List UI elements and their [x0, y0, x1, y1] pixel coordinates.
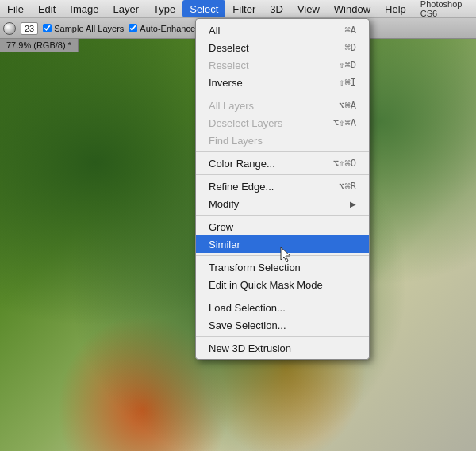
- menu-window[interactable]: Window: [327, 0, 378, 17]
- menu-item-label-grow: Grow: [209, 221, 233, 233]
- auto-enhance-checkbox[interactable]: Auto-Enhance: [129, 24, 195, 33]
- menu-item-new-3d-extrusion[interactable]: New 3D Extrusion: [196, 339, 369, 357]
- menu-item-label-deselect-layers: Deselect Layers: [209, 117, 282, 129]
- menu-select[interactable]: Select: [182, 0, 225, 17]
- shortcut-color-range: ⌥⇧⌘O: [333, 158, 356, 169]
- menu-item-all[interactable]: All⌘A: [196, 21, 369, 39]
- menu-help[interactable]: Help: [378, 0, 413, 17]
- menu-item-all-layers: All Layers⌥⌘A: [196, 97, 369, 114]
- menu-type[interactable]: Type: [146, 0, 182, 17]
- sample-all-layers-input[interactable]: [43, 24, 52, 32]
- auto-enhance-input[interactable]: [129, 24, 137, 32]
- submenu-arrow-modify: ▶: [350, 200, 356, 208]
- shortcut-all-layers: ⌥⌘A: [339, 100, 356, 111]
- auto-enhance-label: Auto-Enhance: [140, 24, 195, 33]
- menu-item-label-all-layers: All Layers: [209, 100, 254, 112]
- shortcut-deselect-layers: ⌥⇧⌘A: [333, 117, 356, 128]
- menu-item-label-similar: Similar: [209, 239, 240, 250]
- select-dropdown-menu: All⌘ADeselect⌘DReselect⇧⌘DInverse⇧⌘IAll …: [195, 18, 370, 360]
- menu-item-grow[interactable]: Grow: [196, 218, 369, 235]
- menu-item-load-selection[interactable]: Load Selection...: [196, 299, 369, 316]
- menu-item-color-range[interactable]: Color Range...⌥⇧⌘O: [196, 155, 369, 172]
- menu-layer[interactable]: Layer: [106, 0, 147, 17]
- menu-separator-16: [196, 255, 369, 256]
- menu-3d[interactable]: 3D: [263, 0, 290, 17]
- menu-item-quick-mask[interactable]: Edit in Quick Mask Mode: [196, 276, 369, 293]
- menu-item-label-deselect: Deselect: [209, 42, 249, 54]
- menu-item-label-color-range: Color Range...: [209, 158, 275, 170]
- size-value[interactable]: 23: [21, 22, 38, 35]
- menu-separator-4: [196, 94, 369, 94]
- menu-bar: File Edit Image Layer Type Select Filter…: [0, 0, 476, 18]
- menu-item-label-all: All: [209, 25, 220, 36]
- menu-item-reselect: Reselect⇧⌘D: [196, 56, 369, 74]
- menu-item-save-selection[interactable]: Save Selection...: [196, 316, 369, 334]
- menu-separator-8: [196, 151, 369, 152]
- menu-item-refine-edge[interactable]: Refine Edge...⌥⌘R: [196, 178, 369, 195]
- shortcut-reselect: ⇧⌘D: [339, 59, 356, 71]
- menu-item-label-load-selection: Load Selection...: [209, 302, 286, 314]
- shortcut-refine-edge: ⌥⌘R: [339, 181, 356, 192]
- menu-item-label-refine-edge: Refine Edge...: [209, 181, 274, 193]
- menu-item-inverse[interactable]: Inverse⇧⌘I: [196, 74, 369, 91]
- menu-item-modify[interactable]: Modify▶: [196, 195, 369, 212]
- menu-separator-13: [196, 215, 369, 216]
- menu-view[interactable]: View: [290, 0, 327, 17]
- sample-all-layers-checkbox[interactable]: Sample All Layers: [43, 24, 124, 33]
- menu-item-transform-selection[interactable]: Transform Selection: [196, 258, 369, 276]
- menu-item-deselect[interactable]: Deselect⌘D: [196, 39, 369, 56]
- menu-item-label-new-3d-extrusion: New 3D Extrusion: [209, 342, 291, 354]
- menu-image[interactable]: Image: [63, 0, 106, 17]
- menu-separator-10: [196, 174, 369, 175]
- sample-all-layers-label: Sample All Layers: [54, 24, 124, 33]
- shortcut-all: ⌘A: [345, 25, 356, 36]
- menu-item-similar[interactable]: Similar: [196, 235, 369, 253]
- menu-item-label-quick-mask: Edit in Quick Mask Mode: [209, 279, 323, 291]
- menu-item-deselect-layers: Deselect Layers⌥⇧⌘A: [196, 114, 369, 132]
- app-title: Photoshop CS6: [413, 0, 476, 17]
- menu-item-label-modify: Modify: [209, 198, 239, 210]
- shortcut-inverse: ⇧⌘I: [339, 77, 356, 88]
- menu-item-label-save-selection: Save Selection...: [209, 319, 286, 331]
- menu-file[interactable]: File: [0, 0, 31, 17]
- shortcut-deselect: ⌘D: [345, 42, 356, 53]
- menu-item-label-transform-selection: Transform Selection: [209, 262, 301, 273]
- tab-label[interactable]: 77.9% (RGB/8) *: [6, 40, 71, 50]
- menu-item-label-inverse: Inverse: [209, 77, 243, 89]
- menu-item-label-reselect: Reselect: [209, 59, 249, 71]
- menu-filter[interactable]: Filter: [225, 0, 263, 17]
- menu-item-find-layers: Find Layers: [196, 132, 369, 149]
- menu-edit[interactable]: Edit: [31, 0, 63, 17]
- tool-icon: [3, 22, 16, 35]
- menu-separator-19: [196, 296, 369, 296]
- menu-item-label-find-layers: Find Layers: [209, 135, 263, 147]
- menu-separator-22: [196, 336, 369, 337]
